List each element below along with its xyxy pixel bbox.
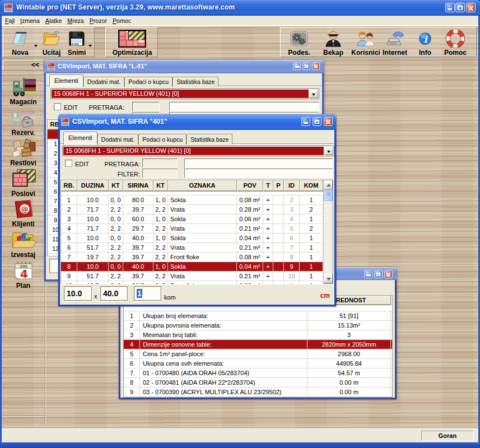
tab-dodatni-mat[interactable]: Dodatni mat. [97,134,139,144]
tab-podaci-o-kupcu[interactable]: Podaci o kupcu [124,77,173,87]
material-combobox[interactable]: 15 0068FH 1 - SUPERIOR YELLOW (401) [0] [62,146,334,156]
snimi-button[interactable]: Snimi [64,29,90,57]
minimize-button[interactable] [293,62,301,70]
bekap-button[interactable]: Bekap [318,29,348,57]
menu-item-alatke[interactable]: Alatke [43,16,64,25]
tab-dodatni-mat[interactable]: Dodatni mat. [83,77,125,87]
combobox-dropdown-button[interactable] [324,147,333,155]
vertical-scrollbar[interactable] [323,180,333,283]
close-button[interactable] [384,270,393,278]
sidebar-item-klijenti[interactable]: Klijenti [2,199,45,228]
table-row[interactable]: 271.72, 239.72, 2Vrata0.28 m²+32 [61,205,323,214]
table-row[interactable]: 903 - 0700390 (ACRYL MULTIPLEX ALU 23/29… [124,388,392,397]
column-header-t[interactable]: T [263,180,273,192]
table-row[interactable]: 310.00, 060.01, 0Sokla0.06 m²+41 [61,214,323,224]
close-button[interactable] [312,62,320,70]
window-title-bar[interactable]: CSVImport, MAT. SIFRA "L-01" [44,60,324,73]
tab-statistika-baze[interactable]: Statistika baze [187,134,232,144]
minimize-button[interactable] [301,117,310,126]
scroll-up-button[interactable] [324,180,333,190]
kom-input[interactable]: 1 [134,286,161,301]
table-row[interactable]: 802 - 0700481 (AIDA ORAH 22*2/283704)0.0… [124,378,392,388]
edit-checkbox[interactable] [65,160,72,167]
table-row[interactable]: 4Dimenzije osnovne table:2820mm x 2050mm [124,340,392,349]
column-header-kom[interactable]: KOM [300,180,323,192]
close-button[interactable] [466,3,476,12]
minimize-button[interactable] [364,270,372,278]
maximize-button[interactable] [302,62,310,70]
jobs-panels-icon [11,169,36,189]
sidebar-collapse-button[interactable]: << [3,60,44,71]
sidebar-item-izvestaj[interactable]: Izvestaj [2,230,45,259]
window-title-bar[interactable]: CSVImport, MAT. SIFRA "401" [58,114,336,130]
podes-button[interactable]: Podes. [283,29,315,57]
internet-button[interactable]: Internet [380,29,410,57]
table-row[interactable]: 3Minimalan broj tabli:3 [124,330,392,340]
table-row[interactable]: 510.00, 040.01, 0Sokla0.04 m²+61 [61,234,323,243]
csv-import-window-401[interactable]: CSVImport, MAT. SIFRA "401" Elementi Dod… [58,114,336,306]
maximize-button[interactable] [313,117,321,126]
nova-button[interactable]: Nova [6,29,35,57]
ucitaj-button[interactable]: Ucitaj [38,29,65,57]
menu-item-pomoc[interactable]: Pomoc [110,16,134,25]
column-header-duzina[interactable]: DUZINA [77,180,109,192]
sidebar-item-restlovi[interactable]: Restlovi [2,138,45,167]
main-title-bar[interactable]: Wintable pro (NET Server), verzija 3.29,… [0,0,480,16]
table-row[interactable]: 2Ukupna povrsina elemenata:15.13m² [124,321,392,330]
minimize-button[interactable] [445,3,455,12]
menu-item-fajl[interactable]: Fajl [2,16,17,25]
filter-input[interactable] [142,169,178,178]
table-row[interactable]: 110.00, 080.01, 0Sokla0.08 m²+21 [61,195,323,205]
korisnici-button[interactable]: Korisnici [348,29,383,57]
tab-podaci-o-kupcu[interactable]: Podaci o kupcu [138,134,187,144]
table-row[interactable]: 5Cena 1m² panel-ploce:2968.00 [124,349,392,359]
material-combobox[interactable]: 15 0068FH 1 - SUPERIOR YELLOW (401) [0] [50,88,319,99]
info-button[interactable]: Info [413,29,437,57]
table-row[interactable]: 1Ukupan broj elemenata:51 [91] [124,311,392,321]
table-row[interactable]: 719.72, 239.72, 2Front fioke0.08 m²+81 [61,253,323,262]
duzina-input[interactable]: 10.0 [64,286,92,301]
sidebar-item-magacin[interactable]: Magacin [2,77,45,106]
column-header-id[interactable]: ID [284,180,300,192]
times-label: x [94,293,97,300]
menu-item-mreza[interactable]: Mreza [64,16,86,25]
column-header-kt2[interactable]: KT [153,180,168,192]
close-button[interactable] [324,117,333,126]
scrollbar-thumb[interactable] [324,190,333,201]
scroll-down-button[interactable] [324,274,333,283]
pretraga-results-input[interactable] [184,158,333,168]
maximize-button[interactable] [374,270,383,278]
maximize-button[interactable] [455,3,465,12]
table-row[interactable]: 471.72, 229.72, 2Vrata0.21 m²+52 [61,224,323,234]
sirina-input[interactable]: 40.0 [100,286,128,301]
filter-results-input[interactable] [184,169,333,178]
sidebar-item-rezerv[interactable]: Rezerv. [2,108,45,137]
column-header-oznaka[interactable]: OZNAKA [168,180,237,192]
optimizacija-button[interactable]: Optimizacija [108,29,157,57]
pretraga-results-input[interactable] [169,102,319,111]
table-row[interactable]: 6Ukupna cena svih elemenata:44905.84 [124,359,392,368]
table-row[interactable]: 810.00, 040.01, 0Sokla0.04 m²+91 [61,262,323,272]
table-cell: 01 - 0700480 (AIDA ORAH 05/283704) [140,368,307,377]
sidebar-item-plan[interactable]: Plan [2,260,45,290]
tab-elementi[interactable]: Elementi [63,132,97,144]
column-header-pov[interactable]: POV [237,180,263,192]
menu-item-prozor[interactable]: Prozor [87,16,110,25]
combobox-dropdown-button[interactable] [309,90,318,98]
table-row[interactable]: 701 - 0700480 (AIDA ORAH 05/283704)54.57… [124,368,392,378]
column-header-sirina[interactable]: SIRINA [123,180,153,192]
nova-dropdown-arrow-icon[interactable] [34,45,38,49]
pomoc-button[interactable]: Pomoc [440,29,471,57]
snimi-dropdown-arrow-icon[interactable] [88,45,92,49]
sidebar-item-poslovi[interactable]: Poslovi [2,169,45,198]
tab-statistika-baze[interactable]: Statistika baze [173,77,218,87]
menu-item-izmena[interactable]: Izmena [17,16,43,25]
table-row[interactable]: 651.72, 239.72, 2Vrata0.21 m²+71 [61,243,323,253]
column-header-p[interactable]: P [273,180,284,192]
column-header-rb[interactable]: RB. [61,180,77,192]
column-header-kt1[interactable]: KT [109,180,123,192]
tab-elementi[interactable]: Elementi [49,74,83,87]
pretraga-input[interactable] [132,102,160,111]
pretraga-input[interactable] [142,158,178,168]
table-row[interactable]: 951.72, 239.72, 2Vrata0.21 m²+101 [61,272,323,281]
